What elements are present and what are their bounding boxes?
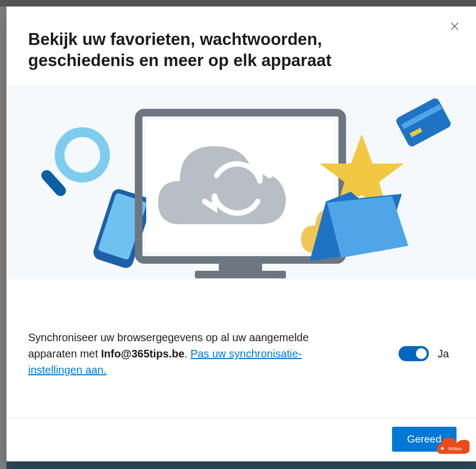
logo-text: 365tips xyxy=(448,446,462,451)
sync-toggle-group: Ja xyxy=(399,346,449,361)
svg-point-9 xyxy=(441,447,444,450)
sync-toggle[interactable] xyxy=(399,346,429,361)
sync-illustration xyxy=(6,84,476,279)
page-background-top xyxy=(0,0,476,6)
sync-text-separator: . xyxy=(185,348,191,360)
tips-logo-badge: 365tips xyxy=(437,438,470,458)
dialog-body: Synchroniseer uw browsergegevens op al u… xyxy=(6,279,476,418)
dialog-footer: Gereed xyxy=(6,418,476,461)
sync-dialog: Bekijk uw favorieten, wachtwoorden, gesc… xyxy=(6,6,476,461)
sync-email: Info@365tips.be xyxy=(101,348,185,360)
toggle-knob xyxy=(416,348,427,359)
dialog-title: Bekijk uw favorieten, wachtwoorden, gesc… xyxy=(28,29,433,71)
svg-rect-6 xyxy=(195,271,286,278)
sync-toggle-label: Ja xyxy=(438,348,449,360)
page-background-left xyxy=(0,6,6,469)
page-background-bottom xyxy=(6,461,476,469)
dialog-header: Bekijk uw favorieten, wachtwoorden, gesc… xyxy=(6,6,476,84)
card-icon xyxy=(395,96,452,147)
close-button[interactable] xyxy=(446,17,463,35)
close-icon xyxy=(451,22,459,30)
magnifier-icon xyxy=(60,132,105,178)
sync-description: Synchroniseer uw browsergegevens op al u… xyxy=(28,329,331,378)
